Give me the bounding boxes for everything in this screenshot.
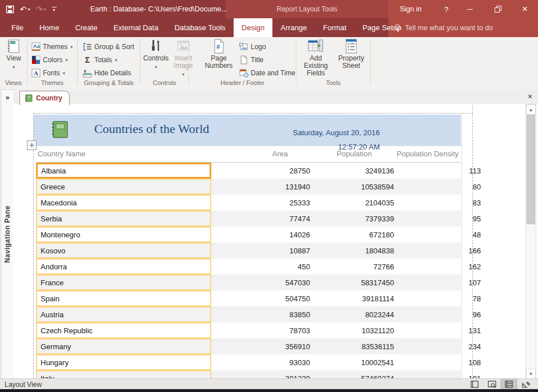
density-cell[interactable]: 96 bbox=[400, 306, 481, 322]
title-button[interactable]: Title bbox=[239, 54, 263, 66]
themes-button[interactable]: Aa Themes ▾ bbox=[31, 41, 73, 53]
density-cell[interactable]: 131 bbox=[400, 322, 481, 338]
tab-file[interactable]: File bbox=[3, 18, 31, 37]
hide-details-button[interactable]: Hide Details bbox=[83, 67, 131, 79]
tab-format[interactable]: Format bbox=[315, 18, 355, 37]
column-header-area[interactable]: Area bbox=[209, 149, 288, 162]
density-cell[interactable]: 80 bbox=[400, 179, 481, 195]
population-cell[interactable]: 39181114 bbox=[314, 290, 394, 306]
report-view-button[interactable] bbox=[466, 379, 483, 390]
population-cell[interactable]: 10538594 bbox=[314, 179, 394, 195]
restore-button[interactable] bbox=[488, 0, 508, 18]
vertical-scrollbar[interactable]: ▲ ▼ bbox=[525, 104, 536, 378]
population-cell[interactable]: 10321120 bbox=[314, 322, 394, 338]
close-document-button[interactable]: × bbox=[524, 91, 536, 102]
area-cell[interactable]: 93030 bbox=[209, 354, 310, 370]
scrollbar-thumb[interactable] bbox=[527, 115, 535, 224]
property-sheet-button[interactable]: Property Sheet bbox=[335, 39, 367, 70]
population-cell[interactable]: 10002541 bbox=[314, 354, 394, 370]
population-cell[interactable]: 83536115 bbox=[314, 338, 394, 354]
density-cell[interactable]: 113 bbox=[400, 163, 481, 179]
add-existing-fields-button[interactable]: Add Existing Fields bbox=[298, 39, 334, 77]
country-name-cell[interactable]: Germany bbox=[36, 338, 211, 354]
colors-button[interactable]: Colors ▾ bbox=[31, 54, 68, 66]
dropdown-arrow-icon[interactable]: ▾ bbox=[28, 7, 30, 12]
controls-button[interactable]: Controls ▾ bbox=[143, 39, 169, 71]
area-cell[interactable]: 77474 bbox=[209, 211, 310, 227]
density-cell[interactable]: 166 bbox=[400, 243, 481, 258]
country-name-cell[interactable]: France bbox=[36, 274, 211, 290]
area-cell[interactable]: 131940 bbox=[209, 179, 310, 195]
population-cell[interactable]: 2104035 bbox=[314, 195, 394, 211]
country-name-cell[interactable]: Hungary bbox=[36, 354, 211, 370]
sign-in-button[interactable]: Sign in bbox=[400, 0, 421, 18]
report-date[interactable]: Saturday, August 20, 2016 bbox=[293, 128, 380, 137]
country-name-cell[interactable]: Greece bbox=[36, 179, 211, 195]
population-cell[interactable]: 672180 bbox=[314, 227, 394, 243]
population-cell[interactable]: 72766 bbox=[314, 258, 394, 274]
density-cell[interactable]: 162 bbox=[400, 258, 481, 274]
country-name-cell[interactable]: Austria bbox=[36, 306, 211, 322]
tab-create[interactable]: Create bbox=[67, 18, 106, 37]
country-name-cell[interactable]: Andorra bbox=[36, 258, 211, 274]
report-header-band[interactable]: Countries of the World Saturday, August … bbox=[34, 115, 461, 146]
tab-home[interactable]: Home bbox=[31, 18, 67, 37]
fonts-button[interactable]: A Fonts ▾ bbox=[31, 67, 65, 79]
logo-button[interactable]: Logo bbox=[239, 41, 266, 53]
customize-qat-button[interactable]: ▾ bbox=[52, 7, 57, 11]
density-cell[interactable]: 48 bbox=[400, 227, 481, 243]
totals-button[interactable]: Σ Totals ▾ bbox=[83, 54, 117, 66]
scroll-down-button[interactable]: ▼ bbox=[526, 369, 536, 378]
report-title[interactable]: Countries of the World bbox=[94, 122, 209, 136]
population-cell[interactable]: 8023244 bbox=[314, 306, 394, 322]
scroll-up-button[interactable]: ▲ bbox=[526, 104, 536, 115]
density-cell[interactable]: 234 bbox=[400, 338, 481, 354]
country-name-cell[interactable]: Kosovo bbox=[36, 243, 211, 258]
minimize-button[interactable] bbox=[460, 0, 480, 18]
area-cell[interactable]: 504750 bbox=[209, 290, 310, 306]
population-cell[interactable]: 1804838 bbox=[314, 243, 394, 258]
page-numbers-button[interactable]: # Page Numbers bbox=[203, 39, 235, 70]
column-header-country-name[interactable]: Country Name bbox=[38, 149, 86, 162]
country-name-cell[interactable]: Italy bbox=[36, 370, 211, 378]
tab-database-tools[interactable]: Database Tools bbox=[166, 18, 233, 37]
area-cell[interactable]: 25333 bbox=[209, 195, 310, 211]
area-cell[interactable]: 78703 bbox=[209, 322, 310, 338]
print-preview-button[interactable] bbox=[483, 379, 500, 390]
move-handle[interactable]: ✛ bbox=[27, 140, 37, 150]
tab-arrange[interactable]: Arrange bbox=[272, 18, 315, 37]
density-cell[interactable]: 191 bbox=[400, 370, 481, 378]
population-cell[interactable]: 57460274 bbox=[314, 370, 394, 378]
tab-design[interactable]: Design bbox=[234, 18, 272, 37]
view-button[interactable]: View ▾ bbox=[3, 39, 25, 71]
undo-button[interactable]: ↶ ▾ bbox=[20, 5, 30, 14]
country-name-cell[interactable]: Macedonia bbox=[36, 195, 211, 211]
report-logo-icon[interactable] bbox=[50, 120, 69, 139]
tell-me-box[interactable]: Tell me what you want to do bbox=[394, 18, 493, 37]
area-cell[interactable]: 356910 bbox=[209, 338, 310, 354]
country-name-cell[interactable]: Albania bbox=[36, 163, 211, 179]
help-button[interactable]: ? bbox=[444, 0, 448, 18]
close-button[interactable]: × bbox=[515, 0, 535, 18]
area-cell[interactable]: 547030 bbox=[209, 274, 310, 290]
layout-view-button[interactable] bbox=[500, 379, 517, 390]
tab-external-data[interactable]: External Data bbox=[106, 18, 167, 37]
country-name-cell[interactable]: Czech Republic bbox=[36, 322, 211, 338]
population-cell[interactable]: 58317450 bbox=[314, 274, 394, 290]
density-cell[interactable]: 78 bbox=[400, 290, 481, 306]
density-cell[interactable]: 83 bbox=[400, 195, 481, 211]
country-name-cell[interactable]: Serbia bbox=[36, 211, 211, 227]
area-cell[interactable]: 83850 bbox=[209, 306, 310, 322]
country-name-cell[interactable]: Spain bbox=[36, 290, 211, 306]
design-view-button[interactable] bbox=[517, 379, 535, 390]
area-cell[interactable]: 10887 bbox=[209, 243, 310, 258]
country-name-cell[interactable]: Montenegro bbox=[36, 227, 211, 243]
date-time-button[interactable]: Date and Time bbox=[239, 67, 295, 79]
area-cell[interactable]: 301230 bbox=[209, 370, 310, 378]
area-cell[interactable]: 450 bbox=[209, 258, 310, 274]
density-cell[interactable]: 95 bbox=[400, 211, 481, 227]
density-cell[interactable]: 107 bbox=[400, 274, 481, 290]
population-cell[interactable]: 3249136 bbox=[314, 163, 394, 179]
area-cell[interactable]: 28750 bbox=[209, 163, 310, 179]
save-button[interactable] bbox=[6, 5, 14, 14]
